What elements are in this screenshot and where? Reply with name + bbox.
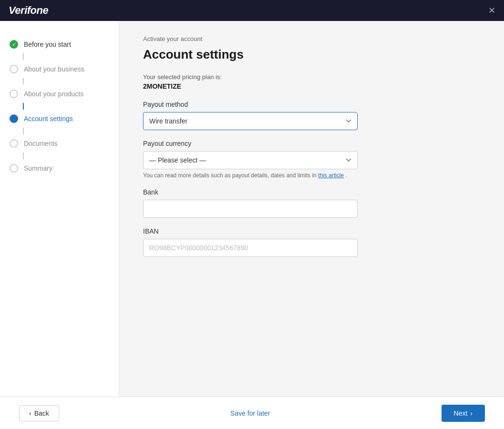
back-button[interactable]: ‹ Back: [19, 405, 59, 421]
payout-method-select[interactable]: Wire transfer PayPal Check: [143, 112, 358, 130]
pricing-plan-label: Your selected pricing plan is:: [143, 73, 480, 81]
back-label: Back: [34, 409, 49, 417]
step-indicator-about-products: [10, 90, 18, 98]
sidebar-item-label-about-business: About your business: [24, 65, 84, 73]
page-title: Account settings: [143, 47, 480, 62]
sidebar-item-label-account-settings: Account settings: [24, 115, 73, 123]
sidebar-item-label-documents: Documents: [24, 140, 58, 147]
logo: Verifone: [9, 4, 48, 17]
connector-1: [23, 53, 24, 60]
step-indicator-account-settings: [10, 114, 18, 123]
iban-label: IBAN: [143, 227, 480, 235]
connector-3: [23, 103, 24, 110]
close-icon[interactable]: ✕: [488, 5, 495, 16]
payout-method-label: Payout method: [143, 101, 480, 108]
sidebar: ✓ Before you start About your business A…: [0, 21, 119, 397]
sidebar-item-documents[interactable]: Documents: [10, 134, 119, 153]
save-for-later-button[interactable]: Save for later: [230, 409, 270, 417]
footer-bar: ‹ Back Save for later Next ›: [0, 397, 504, 429]
step-indicator-before-you-start: ✓: [10, 40, 18, 49]
sidebar-item-label-about-products: About your products: [24, 90, 83, 98]
iban-input[interactable]: [143, 239, 358, 257]
connector-2: [23, 78, 24, 85]
step-indicator-summary: [10, 164, 18, 173]
sidebar-item-summary[interactable]: Summary: [10, 159, 119, 177]
sidebar-item-about-business[interactable]: About your business: [10, 60, 119, 78]
sidebar-item-account-settings[interactable]: Account settings: [10, 110, 119, 128]
back-chevron-icon: ‹: [29, 409, 31, 417]
connector-5: [23, 153, 24, 159]
pricing-plan-value: 2MONETIZE: [143, 82, 480, 90]
iban-group: IBAN: [143, 227, 480, 257]
connector-4: [23, 128, 24, 134]
sidebar-item-about-products[interactable]: About your products: [10, 85, 119, 103]
payout-currency-select[interactable]: — Please select — USD EUR GBP RON: [143, 151, 358, 169]
sidebar-item-label-before-you-start: Before you start: [24, 41, 71, 48]
next-button[interactable]: Next ›: [442, 405, 485, 422]
step-indicator-about-business: [10, 65, 18, 73]
sidebar-item-before-you-start[interactable]: ✓ Before you start: [10, 35, 119, 53]
next-chevron-icon: ›: [470, 409, 473, 417]
payout-method-group: Payout method Wire transfer PayPal Check: [143, 101, 480, 130]
this-article-link[interactable]: this article: [318, 172, 344, 179]
payout-currency-helper: You can read more details such as payout…: [143, 172, 480, 179]
sidebar-item-label-summary: Summary: [24, 164, 52, 172]
payout-currency-label: Payout currency: [143, 140, 480, 147]
bank-label: Bank: [143, 188, 480, 196]
bank-group: Bank: [143, 188, 480, 218]
next-label: Next: [454, 409, 468, 417]
step-indicator-documents: [10, 139, 18, 148]
top-nav: Verifone ✕: [0, 0, 504, 21]
breadcrumb: Activate your account: [143, 35, 480, 42]
payout-currency-group: Payout currency — Please select — USD EU…: [143, 140, 480, 179]
content-area: Activate your account Account settings Y…: [119, 21, 504, 397]
bank-input[interactable]: [143, 200, 358, 218]
main-container: ✓ Before you start About your business A…: [0, 21, 504, 397]
